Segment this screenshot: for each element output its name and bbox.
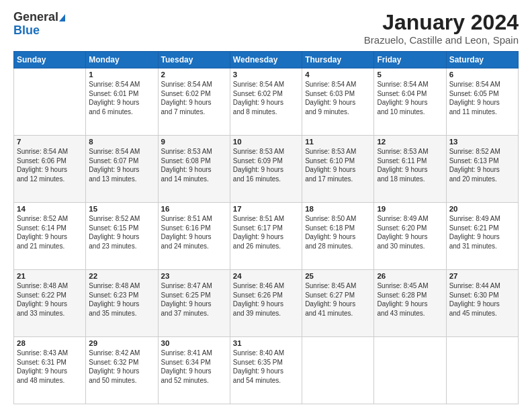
cell-info: Sunrise: 8:53 AMSunset: 6:10 PMDaylight:… (305, 147, 371, 183)
day-number: 8 (89, 138, 154, 146)
calendar-cell: 22Sunrise: 8:48 AMSunset: 6:23 PMDayligh… (86, 270, 158, 337)
day-number: 1 (89, 71, 154, 79)
cell-info: Sunrise: 8:47 AMSunset: 6:25 PMDaylight:… (161, 281, 227, 318)
day-header: Monday (86, 52, 158, 68)
cell-info: Sunrise: 8:53 AMSunset: 6:08 PMDaylight:… (161, 147, 227, 183)
cell-info: Sunrise: 8:51 AMSunset: 6:16 PMDaylight:… (161, 214, 227, 250)
calendar-cell: 29Sunrise: 8:42 AMSunset: 6:32 PMDayligh… (86, 337, 158, 404)
calendar-cell: 20Sunrise: 8:49 AMSunset: 6:21 PMDayligh… (446, 203, 518, 270)
calendar-cell: 11Sunrise: 8:53 AMSunset: 6:10 PMDayligh… (302, 136, 374, 203)
cell-info: Sunrise: 8:53 AMSunset: 6:11 PMDaylight:… (377, 147, 443, 183)
cell-info: Sunrise: 8:48 AMSunset: 6:22 PMDaylight:… (17, 281, 83, 318)
day-number: 4 (305, 71, 371, 79)
cell-info: Sunrise: 8:45 AMSunset: 6:27 PMDaylight:… (305, 281, 371, 318)
cell-info: Sunrise: 8:46 AMSunset: 6:26 PMDaylight:… (233, 281, 299, 318)
day-number: 27 (449, 272, 515, 280)
calendar-cell: 30Sunrise: 8:41 AMSunset: 6:34 PMDayligh… (158, 337, 230, 404)
cell-info: Sunrise: 8:54 AMSunset: 6:03 PMDaylight:… (305, 80, 371, 116)
day-number: 11 (305, 138, 371, 146)
day-number: 24 (233, 272, 299, 280)
day-number: 14 (17, 205, 83, 213)
calendar-cell: 19Sunrise: 8:49 AMSunset: 6:20 PMDayligh… (374, 203, 446, 270)
cell-info: Sunrise: 8:54 AMSunset: 6:05 PMDaylight:… (449, 80, 515, 116)
cell-info: Sunrise: 8:50 AMSunset: 6:18 PMDaylight:… (305, 214, 371, 250)
calendar-cell: 1Sunrise: 8:54 AMSunset: 6:01 PMDaylight… (86, 68, 158, 136)
cell-info: Sunrise: 8:54 AMSunset: 6:07 PMDaylight:… (89, 147, 154, 183)
day-number: 20 (449, 205, 515, 213)
page: General Blue January 2024 Brazuelo, Cast… (0, 0, 532, 411)
calendar-cell (14, 68, 86, 136)
calendar-cell: 13Sunrise: 8:52 AMSunset: 6:13 PMDayligh… (446, 136, 518, 203)
day-number: 2 (161, 71, 227, 79)
day-number: 23 (161, 272, 227, 280)
calendar-cell: 21Sunrise: 8:48 AMSunset: 6:22 PMDayligh… (14, 270, 86, 337)
cell-info: Sunrise: 8:54 AMSunset: 6:04 PMDaylight:… (377, 80, 443, 116)
calendar-cell: 15Sunrise: 8:52 AMSunset: 6:15 PMDayligh… (86, 203, 158, 270)
calendar-cell (446, 337, 518, 404)
day-number: 19 (377, 205, 443, 213)
cell-info: Sunrise: 8:53 AMSunset: 6:09 PMDaylight:… (233, 147, 299, 183)
calendar-cell: 17Sunrise: 8:51 AMSunset: 6:17 PMDayligh… (230, 203, 302, 270)
page-title: January 2024 (364, 11, 519, 34)
day-number: 30 (161, 339, 227, 347)
calendar-week-row: 1Sunrise: 8:54 AMSunset: 6:01 PMDaylight… (14, 68, 519, 136)
cell-info: Sunrise: 8:41 AMSunset: 6:34 PMDaylight:… (161, 349, 227, 385)
calendar-week-row: 14Sunrise: 8:52 AMSunset: 6:14 PMDayligh… (14, 203, 519, 270)
day-number: 26 (377, 272, 443, 280)
calendar-week-row: 7Sunrise: 8:54 AMSunset: 6:06 PMDaylight… (14, 136, 519, 203)
cell-info: Sunrise: 8:54 AMSunset: 6:02 PMDaylight:… (233, 80, 299, 116)
calendar-cell: 23Sunrise: 8:47 AMSunset: 6:25 PMDayligh… (158, 270, 230, 337)
calendar-header-row: SundayMondayTuesdayWednesdayThursdayFrid… (14, 52, 519, 68)
day-number: 31 (233, 339, 299, 347)
calendar-cell: 14Sunrise: 8:52 AMSunset: 6:14 PMDayligh… (14, 203, 86, 270)
day-number: 10 (233, 138, 299, 146)
day-number: 5 (377, 71, 443, 79)
cell-info: Sunrise: 8:49 AMSunset: 6:21 PMDaylight:… (449, 214, 515, 250)
calendar-cell: 10Sunrise: 8:53 AMSunset: 6:09 PMDayligh… (230, 136, 302, 203)
cell-info: Sunrise: 8:40 AMSunset: 6:35 PMDaylight:… (233, 349, 299, 385)
calendar-cell: 9Sunrise: 8:53 AMSunset: 6:08 PMDaylight… (158, 136, 230, 203)
calendar-cell: 4Sunrise: 8:54 AMSunset: 6:03 PMDaylight… (302, 68, 374, 136)
logo: General Blue (13, 11, 65, 38)
cell-info: Sunrise: 8:51 AMSunset: 6:17 PMDaylight:… (233, 214, 299, 250)
cell-info: Sunrise: 8:54 AMSunset: 6:06 PMDaylight:… (17, 147, 83, 183)
day-number: 7 (17, 138, 83, 146)
day-header: Friday (374, 52, 446, 68)
day-number: 25 (305, 272, 371, 280)
calendar-cell: 24Sunrise: 8:46 AMSunset: 6:26 PMDayligh… (230, 270, 302, 337)
day-header: Sunday (14, 52, 86, 68)
calendar-cell: 12Sunrise: 8:53 AMSunset: 6:11 PMDayligh… (374, 136, 446, 203)
day-header: Wednesday (230, 52, 302, 68)
calendar-cell: 2Sunrise: 8:54 AMSunset: 6:02 PMDaylight… (158, 68, 230, 136)
day-number: 17 (233, 205, 299, 213)
day-number: 29 (89, 339, 154, 347)
day-header: Tuesday (158, 52, 230, 68)
day-number: 13 (449, 138, 515, 146)
calendar-cell (374, 337, 446, 404)
calendar-body: 1Sunrise: 8:54 AMSunset: 6:01 PMDaylight… (14, 68, 519, 404)
cell-info: Sunrise: 8:48 AMSunset: 6:23 PMDaylight:… (89, 281, 154, 318)
calendar-week-row: 28Sunrise: 8:43 AMSunset: 6:31 PMDayligh… (14, 337, 519, 404)
cell-info: Sunrise: 8:52 AMSunset: 6:14 PMDaylight:… (17, 214, 83, 250)
cell-info: Sunrise: 8:43 AMSunset: 6:31 PMDaylight:… (17, 349, 83, 385)
day-number: 21 (17, 272, 83, 280)
calendar-cell: 26Sunrise: 8:45 AMSunset: 6:28 PMDayligh… (374, 270, 446, 337)
calendar-table: SundayMondayTuesdayWednesdayThursdayFrid… (13, 51, 519, 404)
cell-info: Sunrise: 8:52 AMSunset: 6:15 PMDaylight:… (89, 214, 154, 250)
cell-info: Sunrise: 8:54 AMSunset: 6:02 PMDaylight:… (161, 80, 227, 116)
header: General Blue January 2024 Brazuelo, Cast… (13, 11, 519, 46)
calendar-week-row: 21Sunrise: 8:48 AMSunset: 6:22 PMDayligh… (14, 270, 519, 337)
day-number: 3 (233, 71, 299, 79)
calendar-cell: 27Sunrise: 8:44 AMSunset: 6:30 PMDayligh… (446, 270, 518, 337)
calendar-cell: 5Sunrise: 8:54 AMSunset: 6:04 PMDaylight… (374, 68, 446, 136)
day-number: 6 (449, 71, 515, 79)
day-number: 28 (17, 339, 83, 347)
day-number: 16 (161, 205, 227, 213)
cell-info: Sunrise: 8:52 AMSunset: 6:13 PMDaylight:… (449, 147, 515, 183)
page-subtitle: Brazuelo, Castille and Leon, Spain (364, 34, 519, 46)
calendar-cell: 6Sunrise: 8:54 AMSunset: 6:05 PMDaylight… (446, 68, 518, 136)
day-number: 9 (161, 138, 227, 146)
day-number: 18 (305, 205, 371, 213)
calendar-cell: 18Sunrise: 8:50 AMSunset: 6:18 PMDayligh… (302, 203, 374, 270)
day-header: Thursday (302, 52, 374, 68)
